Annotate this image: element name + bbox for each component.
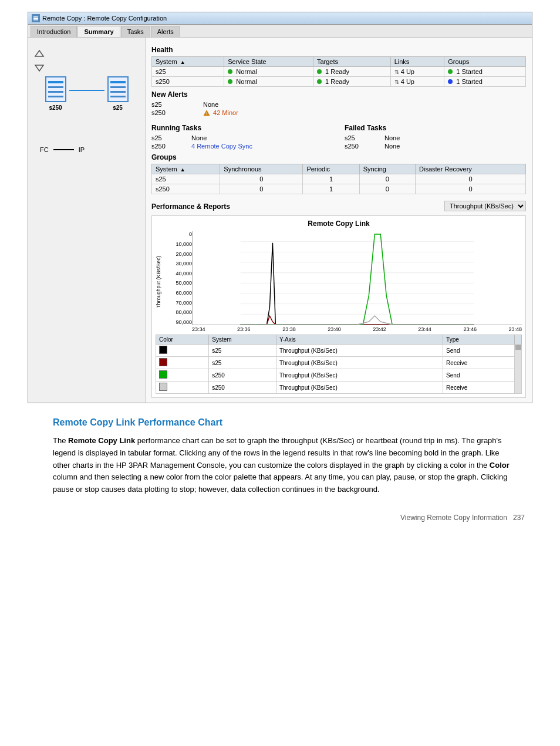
tabs-bar: Introduction Summary Tasks Alerts: [28, 25, 532, 38]
svg-rect-1: [33, 16, 38, 18]
failed-tasks-title: Failed Tasks: [345, 124, 526, 132]
g-syn-s250: 0: [359, 184, 415, 194]
gcol-disaster[interactable]: Disaster Recovery: [416, 164, 526, 174]
server-icon-s250: [45, 76, 66, 102]
leg-sys-4: s250: [209, 382, 276, 394]
chart-container: Remote Copy Link Throughput (KBs/Sec) 90…: [151, 215, 526, 398]
x-axis-labels: 23:34 23:36 23:38 23:40 23:42 23:44 23:4…: [192, 326, 522, 332]
tasks-row: Running Tasks s25 None s250 4 Remote Cop…: [151, 120, 526, 150]
legend-color-1[interactable]: [159, 346, 167, 354]
leg-sys-2: s25: [209, 357, 276, 369]
svg-text:!: !: [206, 112, 207, 116]
nav-collapse-up[interactable]: [34, 49, 45, 60]
article-title: Remote Copy Link Performance Chart: [53, 417, 525, 428]
g-dis-s25: 0: [416, 174, 526, 184]
legend-table: Color System Y-Axis Type s25 T: [156, 335, 522, 394]
rt-sys-s25: s25: [151, 134, 187, 141]
leg-type-4: Receive: [443, 382, 515, 394]
links-s250: ⇅ 4 Up: [390, 77, 444, 87]
list-item[interactable]: s25 Throughput (KBs/Sec) Receive: [156, 357, 522, 369]
ft-sys-s250: s250: [345, 143, 380, 150]
g-sys-s250: s250: [152, 184, 220, 194]
list-item[interactable]: s250 Throughput (KBs/Sec) Send: [156, 369, 522, 382]
alert-sys-s250: s250: [151, 109, 198, 117]
leg-yaxis-2: Throughput (KBs/Sec): [276, 357, 443, 369]
leg-col-scroll: [515, 335, 522, 345]
legend-color-4[interactable]: [159, 383, 167, 391]
links-s25: ⇅ 4 Up: [390, 67, 444, 77]
g-per-s250: 1: [303, 184, 359, 194]
screenshot-frame: Remote Copy : Remote Copy Configuration …: [28, 12, 532, 403]
state-s25: Normal: [224, 67, 313, 77]
fc-label: FC: [40, 146, 49, 153]
targets-s250: 1 Ready: [313, 77, 390, 87]
server-icon-s25: [107, 76, 129, 102]
svg-rect-3: [33, 19, 38, 21]
legend-color-2[interactable]: [159, 358, 167, 366]
legend-color-3[interactable]: [159, 370, 167, 379]
leg-sys-3: s250: [209, 369, 276, 382]
fc-ip-row: FC IP: [34, 146, 85, 153]
rt-val-s250[interactable]: 4 Remote Copy Sync: [191, 143, 333, 150]
tab-introduction[interactable]: Introduction: [31, 26, 77, 37]
perf-title: Performance & Reports: [151, 202, 230, 211]
failed-tasks-grid: s25 None s250 None: [345, 134, 526, 150]
groups-title: Groups: [151, 153, 526, 161]
y-axis-label: Throughput (KBs/Sec): [156, 231, 161, 332]
alert-val-s250[interactable]: ! 42 Minor: [203, 109, 526, 117]
gcol-sync[interactable]: Synchronous: [220, 164, 303, 174]
table-row: s25 Normal 1 Ready ⇅ 4 Up: [152, 67, 526, 77]
list-item[interactable]: s250 Throughput (KBs/Sec) Receive: [156, 382, 522, 394]
col-links[interactable]: Links: [390, 57, 444, 67]
ip-label: IP: [79, 146, 85, 153]
gcol-system[interactable]: System ▲: [152, 164, 220, 174]
system-s25: s25: [152, 67, 224, 77]
perf-dropdown[interactable]: Throughput (KBs/Sec): [444, 201, 526, 211]
groups-s25: 1 Started: [444, 67, 526, 77]
gcol-syncing[interactable]: Syncing: [359, 164, 415, 174]
groups-table: System ▲ Synchronous Periodic Syncing Di…: [151, 164, 526, 194]
ft-sys-s25: s25: [345, 134, 380, 141]
col-groups[interactable]: Groups: [444, 57, 526, 67]
col-targets[interactable]: Targets: [313, 57, 390, 67]
tab-tasks[interactable]: Tasks: [121, 26, 150, 37]
col-service-state[interactable]: Service State: [224, 57, 313, 67]
leg-col-type: Type: [443, 335, 515, 345]
table-row: s25 0 1 0 0: [152, 174, 526, 184]
tab-alerts[interactable]: Alerts: [151, 26, 180, 37]
svg-rect-2: [33, 18, 38, 19]
footer-text: Viewing Remote Copy Information: [400, 514, 507, 522]
running-tasks-title: Running Tasks: [151, 124, 333, 132]
gcol-periodic[interactable]: Periodic: [303, 164, 359, 174]
table-row: s250 Normal 1 Ready ⇅ 4 Up: [152, 77, 526, 87]
leg-type-3: Send: [443, 369, 515, 382]
tab-summary[interactable]: Summary: [77, 26, 120, 37]
label-s250: s250: [49, 104, 62, 111]
rt-val-s25: None: [191, 134, 333, 141]
nav-collapse-down[interactable]: [34, 63, 45, 74]
ft-val-s25: None: [384, 134, 526, 141]
leg-sys-1: s25: [209, 345, 276, 357]
g-sys-s25: s25: [152, 174, 220, 184]
groups-s250: 1 Started: [444, 77, 526, 87]
leg-type-1: Send: [443, 345, 515, 357]
ft-val-s250: None: [384, 143, 526, 150]
chart-title: Remote Copy Link: [156, 220, 522, 228]
chart-svg: [192, 231, 522, 325]
bold-remote-copy-link: Remote Copy Link: [68, 436, 135, 445]
leg-yaxis-1: Throughput (KBs/Sec): [276, 345, 443, 357]
window-titlebar: Remote Copy : Remote Copy Configuration: [28, 12, 532, 25]
g-syn-s25: 0: [359, 174, 415, 184]
y-axis-ticks: 90,000 80,000 70,000 60,000 50,000 40,00…: [164, 231, 192, 325]
col-system[interactable]: System ▲: [152, 57, 224, 67]
list-item[interactable]: s25 Throughput (KBs/Sec) Send: [156, 345, 522, 357]
svg-marker-5: [35, 65, 43, 71]
system-s250: s250: [152, 77, 224, 87]
alert-sys-s25: s25: [151, 101, 198, 108]
alerts-grid: s25 None s250 ! 42 Minor: [151, 101, 526, 117]
leg-yaxis-3: Throughput (KBs/Sec): [276, 369, 443, 382]
footer-page: 237: [513, 514, 525, 522]
bold-color: Color: [490, 461, 510, 470]
g-sync-s250: 0: [220, 184, 303, 194]
article-section: Remote Copy Link Performance Chart The R…: [18, 417, 542, 514]
